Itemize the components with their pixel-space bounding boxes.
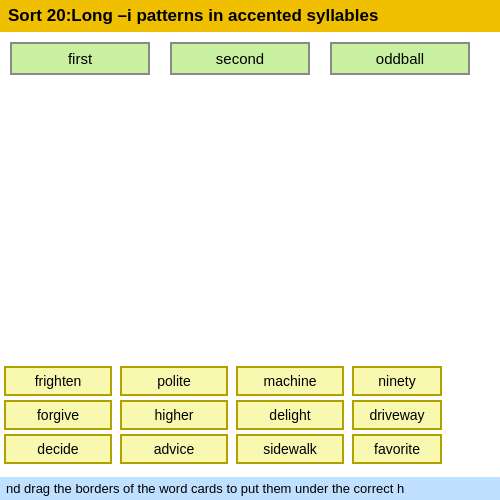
word-card-higher[interactable]: higher [120, 400, 228, 430]
word-card-favorite[interactable]: favorite [352, 434, 442, 464]
word-row-1: frighten polite machine ninety [0, 366, 500, 396]
word-row-3: decide advice sidewalk favorite [0, 434, 500, 464]
word-card-decide[interactable]: decide [4, 434, 112, 464]
word-card-sidewalk[interactable]: sidewalk [236, 434, 344, 464]
word-card-delight[interactable]: delight [236, 400, 344, 430]
word-card-frighten[interactable]: frighten [4, 366, 112, 396]
category-oddball[interactable]: oddball [330, 42, 470, 75]
word-card-polite[interactable]: polite [120, 366, 228, 396]
category-second[interactable]: second [170, 42, 310, 75]
word-card-driveway[interactable]: driveway [352, 400, 442, 430]
word-row-2: forgive higher delight driveway [0, 400, 500, 430]
category-first[interactable]: first [10, 42, 150, 75]
drop-area [0, 75, 500, 315]
word-card-advice[interactable]: advice [120, 434, 228, 464]
status-bar: nd drag the borders of the word cards to… [0, 477, 500, 500]
word-card-forgive[interactable]: forgive [4, 400, 112, 430]
word-card-ninety[interactable]: ninety [352, 366, 442, 396]
word-cards-area: frighten polite machine ninety forgive h… [0, 366, 500, 468]
word-card-machine[interactable]: machine [236, 366, 344, 396]
page-title: Sort 20:Long –i patterns in accented syl… [0, 0, 500, 32]
category-row: first second oddball [0, 42, 500, 75]
